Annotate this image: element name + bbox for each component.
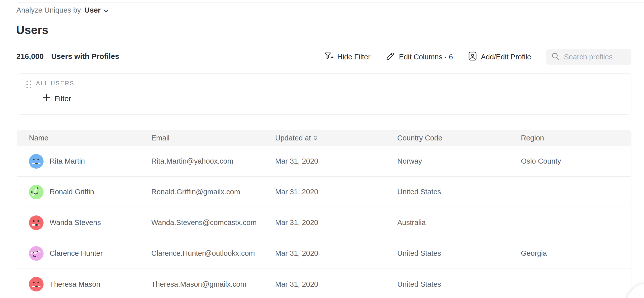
table-row[interactable]: Ronald Griffin Ronald.Griffin@gmailx.com… xyxy=(17,177,631,207)
column-header-country-code[interactable]: Country Code xyxy=(397,134,521,142)
column-header-email[interactable]: Email xyxy=(151,134,275,142)
user-name: Theresa Mason xyxy=(50,280,100,288)
sort-icon[interactable] xyxy=(313,135,317,141)
plus-icon xyxy=(43,94,50,103)
table-row[interactable]: Clarence Hunter Clarence.Hunter@outlookx… xyxy=(17,238,631,269)
profiles-count-label: Users with Profiles xyxy=(51,52,119,61)
page-title: Users xyxy=(16,23,49,37)
hide-filter-button[interactable]: Hide Filter xyxy=(324,51,371,63)
column-header-updated-at[interactable]: Updated at xyxy=(275,134,397,142)
add-filter-button[interactable]: Filter xyxy=(43,94,71,103)
user-email: Rita.Martin@yahoox.com xyxy=(151,157,275,165)
filter-panel: ALL USERS Filter xyxy=(17,73,631,115)
users-page: Analyze Uniques by User Users 216,000 Us… xyxy=(0,0,644,298)
profiles-count-row: 216,000 Users with Profiles xyxy=(16,52,119,61)
user-avatar xyxy=(29,246,44,261)
table-row[interactable]: Wanda Stevens Wanda.Stevens@comcastx.com… xyxy=(17,207,631,238)
pencil-icon xyxy=(386,51,395,63)
search-profiles-input[interactable] xyxy=(564,53,626,61)
user-name: Clarence Hunter xyxy=(50,249,103,257)
user-avatar xyxy=(29,185,44,199)
table-row[interactable]: Rita Martin Rita.Martin@yahoox.com Mar 3… xyxy=(17,146,631,177)
edit-columns-label: Edit Columns · 6 xyxy=(399,53,453,61)
analyze-uniques-row: Analyze Uniques by User xyxy=(16,6,109,14)
analyze-uniques-dropdown[interactable]: User xyxy=(84,6,109,14)
chevron-down-icon xyxy=(103,6,109,14)
add-edit-profile-label: Add/Edit Profile xyxy=(481,53,531,61)
user-email: Wanda.Stevens@comcastx.com xyxy=(151,218,275,227)
user-name: Ronald Griffin xyxy=(50,188,94,196)
user-avatar xyxy=(29,215,44,230)
edit-columns-button[interactable]: Edit Columns · 6 xyxy=(386,51,453,63)
user-updated-at: Mar 31, 2020 xyxy=(275,218,397,227)
user-updated-at: Mar 31, 2020 xyxy=(275,188,397,196)
user-avatar xyxy=(29,277,44,291)
profile-badge-icon xyxy=(468,51,477,63)
search-icon xyxy=(551,52,560,62)
user-country: United States xyxy=(397,280,521,288)
add-filter-label: Filter xyxy=(54,94,71,103)
user-updated-at: Mar 31, 2020 xyxy=(275,157,397,165)
analyze-uniques-label: Analyze Uniques by xyxy=(16,6,81,14)
user-avatar xyxy=(29,154,44,169)
users-table: Name Email Updated at Country Code Regio… xyxy=(17,130,631,298)
search-profiles-box[interactable] xyxy=(546,49,631,65)
filter-plus-icon xyxy=(324,51,334,63)
profiles-count: 216,000 xyxy=(16,52,44,61)
all-users-label: ALL USERS xyxy=(36,80,75,87)
column-header-name[interactable]: Name xyxy=(29,134,151,142)
user-country: United States xyxy=(397,188,521,196)
add-edit-profile-button[interactable]: Add/Edit Profile xyxy=(468,51,531,63)
user-country: Australia xyxy=(397,218,521,227)
toolbar: Hide Filter Edit Columns · 6 Add/Edit Pr… xyxy=(324,49,631,65)
user-name: Wanda Stevens xyxy=(50,218,101,227)
user-country: Norway xyxy=(397,157,521,165)
user-region: Georgia xyxy=(521,249,631,257)
user-email: Ronald.Griffin@gmailx.com xyxy=(151,188,275,196)
table-header-row: Name Email Updated at Country Code Regio… xyxy=(17,130,631,146)
user-name: Rita Martin xyxy=(50,157,85,165)
user-updated-at: Mar 31, 2020 xyxy=(275,249,397,257)
user-email: Clarence.Hunter@outlookx.com xyxy=(151,249,275,257)
user-region: Oslo County xyxy=(521,157,631,165)
user-updated-at: Mar 31, 2020 xyxy=(275,280,397,288)
hide-filter-label: Hide Filter xyxy=(337,53,371,61)
drag-handle-icon[interactable] xyxy=(26,81,31,89)
user-email: Theresa.Mason@gmailx.com xyxy=(151,280,275,288)
table-row[interactable]: Theresa Mason Theresa.Mason@gmailx.com M… xyxy=(17,269,631,298)
user-country: United States xyxy=(397,249,521,257)
column-header-region[interactable]: Region xyxy=(521,134,631,142)
analyze-uniques-value: User xyxy=(84,6,101,14)
